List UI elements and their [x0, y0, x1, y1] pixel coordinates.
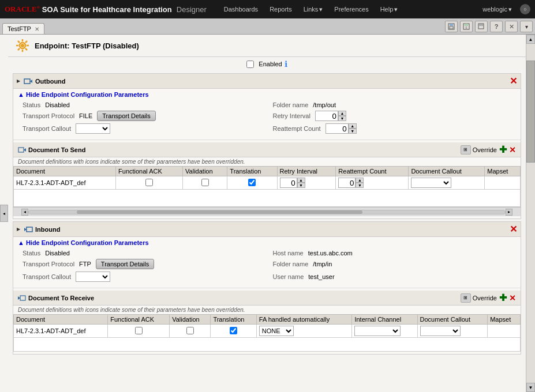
inbound-col-fa-handled: FA handled automatically — [256, 315, 352, 325]
outbound-row-retry-up[interactable]: ▲ — [297, 178, 305, 183]
nav-help-label: Help — [380, 6, 394, 13]
outbound-row-reattempt-down[interactable]: ▼ — [356, 183, 364, 188]
inbound-delete-button[interactable]: ✕ — [510, 224, 517, 235]
inbound-transport-details-button[interactable]: Transport Details — [96, 259, 154, 269]
outbound-config-toggle[interactable]: ▲ Hide Endpoint Configuration Parameters — [18, 91, 516, 98]
outbound-row-retry-down[interactable]: ▼ — [297, 183, 305, 188]
outbound-hscroll-left[interactable]: ◂ — [21, 209, 28, 216]
inbound-row-fa-handled: NONE — [256, 325, 352, 338]
outbound-row-func-ack — [116, 176, 183, 190]
inbound-row-doc-callout-select[interactable] — [420, 326, 461, 336]
nav-menu: Dashboards Reports Links ▾ Preferences H… — [218, 3, 477, 16]
inbound-status-label: Status — [23, 250, 40, 257]
table-row: HL7-2.3.1-ADT-ADT_def ▲ ▼ — [14, 176, 521, 190]
nav-dashboards[interactable]: Dashboards — [218, 3, 264, 15]
outbound-retry-up[interactable]: ▲ — [338, 111, 346, 116]
outbound-row-retry-input[interactable] — [280, 178, 297, 188]
nav-links[interactable]: Links ▾ — [298, 3, 329, 16]
outbound-section-header: ▶ Outbound ✕ — [13, 74, 521, 89]
outbound-doc-delete-button[interactable]: ✕ — [509, 145, 516, 154]
save-all-button[interactable] — [475, 21, 488, 32]
outbound-arrow-icon — [24, 77, 33, 85]
tab-close-button[interactable]: ✕ — [35, 26, 39, 32]
inbound-override-area: ⊞ Override — [461, 293, 497, 303]
vertical-scrollbar[interactable]: ▲ ▼ — [526, 35, 535, 392]
enabled-checkbox[interactable] — [246, 61, 254, 68]
outbound-folder-label: Folder name — [273, 101, 309, 108]
outbound-config-section: ▲ Hide Endpoint Configuration Parameters… — [13, 89, 521, 140]
outbound-retry-spinner: ▲ ▼ — [315, 111, 346, 121]
inbound-header-left: ▶ Inbound — [17, 225, 60, 233]
outbound-transport-label: Transport Protocol — [23, 112, 74, 119]
help-button[interactable]: ? — [490, 21, 503, 32]
inbound-folder-label: Folder name — [273, 261, 309, 267]
outbound-row-reattempt-spinner: ▲ ▼ — [338, 178, 406, 188]
vscroll-thumb[interactable] — [526, 61, 535, 162]
nav-reports[interactable]: Reports — [264, 3, 298, 15]
inbound-validation-checkbox[interactable] — [186, 327, 194, 334]
outbound-doc-add-button[interactable]: ✚ — [499, 144, 507, 155]
inbound-collapse-icon[interactable]: ▶ — [17, 227, 20, 232]
vscroll-up-button[interactable]: ▲ — [526, 35, 535, 44]
outbound-transport-value: FILE — [79, 112, 92, 119]
inbound-doc-add-button[interactable]: ✚ — [499, 292, 507, 303]
outbound-translation-checkbox[interactable] — [248, 179, 256, 186]
outbound-table-header-row: Document Functional ACK Validation Trans… — [14, 167, 521, 176]
app-title: SOA Suite for Healthcare Integration — [42, 5, 172, 14]
outbound-col-mapset: Mapset — [485, 167, 521, 176]
outbound-func-ack-checkbox[interactable] — [145, 179, 153, 186]
outbound-validation-checkbox[interactable] — [201, 179, 209, 186]
outbound-col-document: Document — [14, 167, 116, 176]
save-button[interactable] — [445, 21, 458, 32]
inbound-internal-channel-select[interactable] — [354, 326, 401, 336]
vscroll-track[interactable] — [526, 44, 535, 383]
inbound-doc-hint: Document definitions with icons indicate… — [13, 306, 521, 314]
tab-bar: TestFTP ✕ S ? ✕ ▾ — [0, 18, 535, 35]
inbound-row-doc-callout — [417, 325, 488, 338]
outbound-hscroll-right[interactable]: ▸ — [506, 209, 512, 216]
outbound-callout-select[interactable] — [76, 123, 110, 134]
inbound-config-toggle[interactable]: ▲ Hide Endpoint Configuration Parameters — [18, 239, 516, 246]
svg-line-16 — [18, 48, 20, 50]
outbound-override-label: Override — [473, 146, 497, 153]
outbound-collapse-icon[interactable]: ▶ — [17, 78, 20, 84]
inbound-table-header-row: Document Functional ACK Validation Trans… — [14, 315, 521, 325]
close-all-button[interactable]: ✕ — [505, 21, 518, 32]
nav-user[interactable]: weblogic ▾ — [477, 3, 518, 16]
enabled-row: Enabled ℹ — [8, 57, 526, 71]
inbound-row-mapset — [488, 325, 521, 338]
save-as-button[interactable]: S — [460, 21, 473, 32]
inbound-func-ack-checkbox[interactable] — [135, 327, 143, 334]
svg-rect-1 — [450, 24, 453, 26]
inbound-callout-select[interactable] — [76, 272, 110, 282]
side-panel-handle[interactable]: ◂ — [0, 205, 8, 222]
close-all-icon: ✕ — [509, 23, 514, 31]
nav-help[interactable]: Help ▾ — [375, 3, 404, 16]
inbound-translation-checkbox[interactable] — [230, 327, 237, 334]
outbound-delete-button[interactable]: ✕ — [510, 76, 517, 86]
inbound-col-mapset: Mapset — [488, 315, 521, 325]
vscroll-down-button[interactable]: ▼ — [526, 383, 535, 392]
outbound-row-reattempt-up[interactable]: ▲ — [356, 178, 364, 183]
outbound-hscroll-track[interactable] — [28, 210, 506, 214]
inbound-doc-delete-button[interactable]: ✕ — [509, 293, 516, 303]
outbound-callout-row: Transport Callout — [23, 123, 261, 134]
outbound-col-doc-callout: Document Callout — [409, 167, 485, 176]
inbound-fa-handled-select[interactable]: NONE — [259, 326, 294, 336]
outbound-transport-details-button[interactable]: Transport Details — [97, 111, 155, 121]
outbound-retry-input[interactable] — [315, 111, 338, 121]
nav-preferences[interactable]: Preferences — [328, 3, 374, 15]
table-row-empty — [14, 190, 521, 207]
outbound-reattempt-input[interactable] — [326, 123, 349, 134]
tab-testftp[interactable]: TestFTP ✕ — [2, 23, 44, 34]
outbound-reattempt-up[interactable]: ▲ — [349, 123, 357, 129]
dropdown-button[interactable]: ▾ — [520, 21, 533, 32]
inbound-config-arrow: ▲ — [18, 239, 24, 246]
scroll-panel[interactable]: Endpoint: TestFTP (Disabled) Enabled ℹ ▶… — [8, 35, 526, 392]
outbound-row-reattempt-input[interactable] — [338, 178, 356, 188]
outbound-retry-down[interactable]: ▼ — [338, 116, 346, 121]
outbound-col-translation: Translation — [227, 167, 277, 176]
outbound-row-doc-callout-select[interactable] — [411, 178, 451, 188]
outbound-reattempt-down[interactable]: ▼ — [349, 129, 357, 134]
svg-text:S: S — [465, 26, 467, 29]
